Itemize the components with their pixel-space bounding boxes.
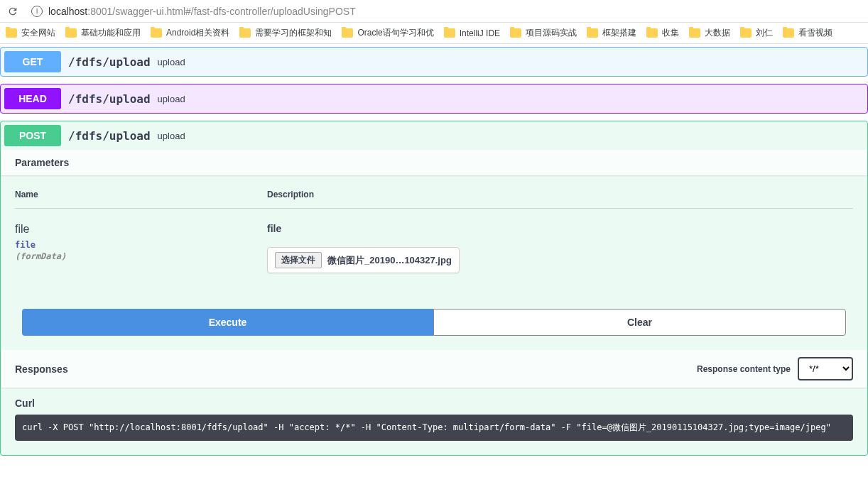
folder-icon — [783, 28, 794, 38]
content-type-wrap: Response content type */* — [697, 357, 853, 380]
folder-icon — [239, 28, 251, 38]
op-path: /fdfs/upload — [61, 129, 158, 143]
param-name: file — [15, 223, 267, 236]
chosen-file-name: 微信图片_20190…104327.jpg — [327, 254, 452, 267]
parameter-row: file file (formData) file 选择文件 微信图片_2019… — [15, 209, 853, 280]
parameters-table: Name Description file file (formData) fi… — [1, 175, 867, 295]
bookmark-item[interactable]: 收集 — [646, 27, 679, 39]
bookmark-item[interactable]: Oracle语句学习和优 — [342, 27, 433, 39]
bookmarks-bar: 安全网站 基础功能和应用 Android相关资料 需要学习的框架和知 Oracl… — [0, 23, 868, 44]
method-badge-post: POST — [4, 125, 61, 146]
execute-row: Execute Clear — [1, 295, 867, 350]
parameters-header: Parameters — [1, 150, 867, 175]
method-badge-get: GET — [4, 51, 61, 72]
opblock-body: Parameters Name Description file file (f… — [1, 150, 867, 455]
param-value: file 选择文件 微信图片_20190…104327.jpg — [267, 223, 853, 273]
info-icon: i — [31, 6, 43, 17]
param-desc-text: file — [267, 223, 853, 234]
url-port: :8001 — [87, 6, 112, 17]
bookmark-item[interactable]: 大数据 — [689, 27, 730, 39]
folder-icon — [689, 28, 700, 38]
param-meta: file file (formData) — [15, 223, 267, 273]
url-path: /swagger-ui.html#/fast-dfs-controller/up… — [112, 6, 355, 17]
execute-button[interactable]: Execute — [22, 309, 433, 336]
parameters-table-head: Name Description — [15, 190, 853, 209]
opblock-summary-post[interactable]: POST /fdfs/upload upload — [1, 121, 867, 150]
opblock-post: POST /fdfs/upload upload Parameters Name… — [0, 121, 868, 456]
url-bar[interactable]: i localhost:8001/swagger-ui.html#/fast-d… — [26, 6, 862, 17]
bookmark-item[interactable]: 看雪视频 — [783, 27, 832, 39]
bookmark-item[interactable]: IntelliJ IDE — [444, 28, 500, 38]
folder-icon — [65, 28, 77, 38]
file-input[interactable]: 选择文件 微信图片_20190…104327.jpg — [267, 247, 460, 273]
responses-heading: Responses — [15, 363, 68, 375]
op-desc: upload — [158, 131, 185, 141]
method-badge-head: HEAD — [4, 88, 61, 109]
parameters-heading: Parameters — [15, 157, 69, 168]
param-in: (formData) — [15, 251, 267, 261]
op-path: /fdfs/upload — [61, 92, 158, 106]
bookmark-item[interactable]: 基础功能和应用 — [65, 27, 141, 39]
folder-icon — [151, 28, 162, 38]
bookmark-item[interactable]: 安全网站 — [6, 27, 55, 39]
curl-command: curl -X POST "http://localhost:8001/fdfs… — [15, 415, 853, 441]
bookmark-item[interactable]: Android相关资料 — [151, 27, 229, 39]
folder-icon — [444, 28, 455, 38]
url-host: localhost — [48, 6, 87, 17]
op-path: /fdfs/upload — [61, 55, 158, 69]
bookmark-item[interactable]: 框架搭建 — [587, 27, 636, 39]
clear-button[interactable]: Clear — [433, 309, 846, 336]
col-description: Description — [267, 190, 853, 199]
folder-icon — [646, 28, 658, 38]
opblock-summary-get[interactable]: GET /fdfs/upload upload — [1, 48, 867, 76]
curl-label: Curl — [15, 398, 853, 409]
col-name: Name — [15, 190, 267, 199]
folder-icon — [740, 28, 752, 38]
opblock-get: GET /fdfs/upload upload — [0, 47, 868, 77]
folder-icon — [510, 28, 521, 38]
param-type: file — [15, 240, 267, 250]
folder-icon — [6, 28, 17, 38]
responses-header: Responses Response content type */* — [1, 350, 867, 388]
content-type-select[interactable]: */* — [798, 357, 853, 380]
folder-icon — [587, 28, 598, 38]
opblock-summary-head[interactable]: HEAD /fdfs/upload upload — [1, 84, 867, 113]
bookmark-item[interactable]: 刘仁 — [740, 27, 773, 39]
bookmark-item[interactable]: 需要学习的框架和知 — [239, 27, 332, 39]
browser-toolbar: i localhost:8001/swagger-ui.html#/fast-d… — [0, 0, 868, 23]
content-type-label: Response content type — [697, 364, 791, 374]
opblock-head: HEAD /fdfs/upload upload — [0, 84, 868, 114]
op-desc: upload — [158, 94, 185, 104]
op-desc: upload — [158, 57, 185, 67]
folder-icon — [342, 28, 353, 38]
reload-icon[interactable] — [6, 4, 20, 18]
choose-file-button[interactable]: 选择文件 — [275, 252, 322, 268]
curl-section: Curl curl -X POST "http://localhost:8001… — [1, 388, 867, 455]
bookmark-item[interactable]: 项目源码实战 — [510, 27, 577, 39]
swagger-ui: GET /fdfs/upload upload HEAD /fdfs/uploa… — [0, 47, 868, 456]
